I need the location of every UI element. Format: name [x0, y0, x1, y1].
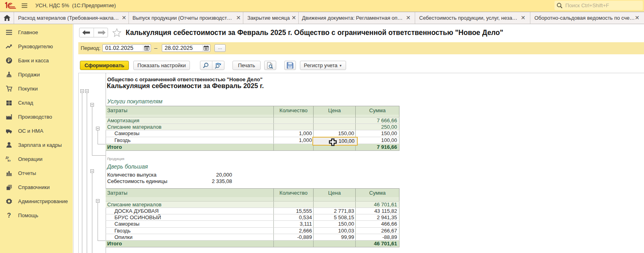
svg-text:Кт: Кт: [8, 159, 11, 162]
svg-text:Дт: Дт: [6, 156, 9, 159]
